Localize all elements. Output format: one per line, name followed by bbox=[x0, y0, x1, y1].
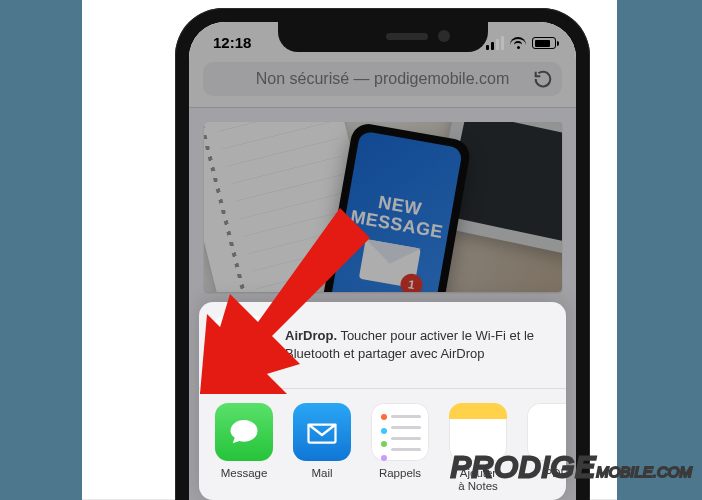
cellular-icon bbox=[486, 36, 504, 50]
airdrop-row[interactable]: AirDrop. Toucher pour activer le Wi-Fi e… bbox=[199, 302, 566, 389]
mail-icon bbox=[293, 403, 351, 461]
share-app-message[interactable]: Message bbox=[215, 403, 273, 492]
airdrop-icon bbox=[213, 316, 271, 374]
message-icon bbox=[215, 403, 273, 461]
reminders-icon bbox=[371, 403, 429, 461]
share-app-label: Rappels bbox=[379, 467, 421, 480]
watermark: PRODIGEMOBILE.COM bbox=[451, 450, 692, 484]
screen: 12:18 Non sécurisé — prodigemobile.com bbox=[189, 22, 576, 500]
share-app-label: Message bbox=[221, 467, 268, 480]
status-time: 12:18 bbox=[213, 34, 251, 51]
share-app-reminders[interactable]: Rappels bbox=[371, 403, 429, 492]
share-app-label: Mail bbox=[311, 467, 332, 480]
battery-icon bbox=[532, 37, 556, 49]
iphone-frame: 12:18 Non sécurisé — prodigemobile.com bbox=[175, 8, 590, 500]
wifi-icon bbox=[510, 37, 526, 49]
notch bbox=[278, 22, 488, 52]
airdrop-text: AirDrop. Toucher pour activer le Wi-Fi e… bbox=[285, 327, 534, 362]
svg-point-0 bbox=[239, 342, 246, 349]
share-app-mail[interactable]: Mail bbox=[293, 403, 351, 492]
